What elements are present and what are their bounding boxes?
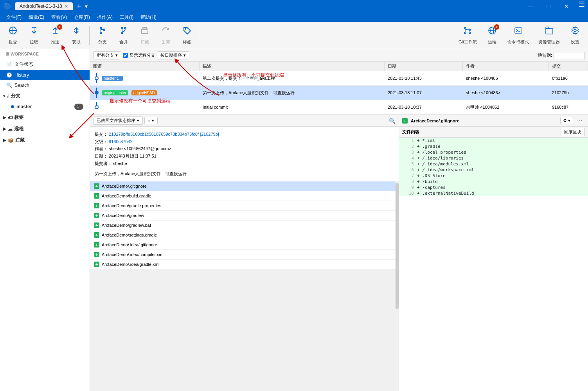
merge-button[interactable]: 合并	[114, 24, 133, 47]
title-bar: 🔵 AndroidTest-21-3-18 ✕ + ▾ — □ ✕ ☰	[0, 0, 588, 13]
settings-button[interactable]: 设置	[565, 24, 585, 47]
file-item-4[interactable]: + ArcfaceDemo/gradlew.bat	[90, 221, 399, 230]
all-branches-dropdown[interactable]: 所有分支 ▾	[93, 51, 121, 59]
stash-chevron: ▶	[3, 138, 6, 142]
commit-button[interactable]: 提交	[3, 24, 23, 47]
file-name-4: ArcfaceDemo/gradlew.bat	[102, 223, 151, 228]
committer-value: sheshe	[113, 161, 127, 166]
menu-tools[interactable]: 工具(I)	[117, 13, 137, 22]
stash-button[interactable]: 贮藏	[135, 24, 155, 47]
diff-file-title: ArcfaceDemo/.gitignore	[411, 118, 459, 123]
diff-line-num-7: 7	[402, 173, 414, 178]
current-tab[interactable]: AndroidTest-21-3-18 ✕	[15, 2, 73, 10]
pull-icon	[29, 26, 39, 38]
file-list-scrollbar-track[interactable]	[396, 181, 399, 391]
file-content-header: 文件内容 回滚区块	[399, 127, 588, 138]
date-value: 2021年3月18日 11:07:51	[109, 154, 156, 158]
diff-line-num-6: 6	[402, 167, 414, 172]
diff-line-content-10: + .externalNativeBuild	[417, 191, 585, 196]
git-flow-button[interactable]: Git工作流	[455, 24, 481, 47]
file-item-7[interactable]: + ArcfaceDemo/.idea/compiler.xml	[90, 250, 399, 260]
branches-icon: ⑃	[7, 93, 9, 99]
menu-repo[interactable]: 仓库(R)	[71, 13, 93, 22]
author-value: sheshe <1004862447@qq.com>	[109, 146, 171, 151]
jump-to-input[interactable]	[554, 52, 585, 59]
diff-line-2: 2 + .gradle	[399, 143, 588, 149]
menu-help[interactable]: 帮助(H)	[137, 13, 160, 22]
tag-button[interactable]: 标签	[177, 24, 197, 47]
master-branch-badge: 1↑	[74, 104, 83, 110]
sidebar: 🖥 WORKSPACE 📄 文件状态 🕐 History 🔍 Search ▾ …	[0, 49, 90, 391]
file-list-toolbar: 已依照文件状态排序 ▾ ≡ ▾ 🔍	[90, 115, 399, 127]
diff-more-button[interactable]: ⋯	[575, 117, 585, 125]
menu-file[interactable]: 文件(F)	[3, 13, 25, 22]
sidebar-item-history[interactable]: 🕐 History	[0, 70, 90, 80]
terminal-button[interactable]: 命令行模式	[503, 24, 533, 47]
file-name-1: ArcfaceDemo/build.gradle	[102, 194, 151, 198]
hamburger-menu[interactable]: ☰	[579, 0, 585, 13]
fetch-button[interactable]: 获取	[67, 24, 86, 47]
bottom-left-panel: 已依照文件状态排序 ▾ ≡ ▾ 🔍 提交： 210279bff	[90, 115, 399, 391]
minimize-button[interactable]: —	[521, 0, 539, 13]
explorer-icon	[545, 26, 554, 38]
diff-settings-button[interactable]: ⚙ ▾	[560, 117, 573, 124]
commit-row-2-date: 2021-03-18 10:37	[385, 103, 463, 111]
commit-row-1[interactable]: origin/master origin/HEAD 第一次上传，Arcface人…	[90, 86, 588, 100]
remote-button[interactable]: 1 远端	[482, 24, 502, 47]
sort-by-dropdown[interactable]: 已依照文件状态排序 ▾	[93, 117, 143, 125]
diff-line-8: 8 + /build	[399, 179, 588, 185]
close-button[interactable]: ✕	[557, 0, 575, 13]
commit-message: 第一次上传，Arcface人脸识别文件，可直接运行	[95, 170, 394, 178]
file-item-2[interactable]: + ArcfaceDemo/gradle.properties	[90, 201, 399, 211]
commit-row-0-hash: 0fb11a6	[549, 74, 588, 83]
discard-button[interactable]: 丢弃	[156, 24, 176, 47]
file-item-6[interactable]: + ArcfaceDemo/.idea/.gitignore	[90, 240, 399, 250]
tab-menu-button[interactable]: ▾	[85, 3, 88, 9]
rollback-button[interactable]: 回滚区块	[561, 128, 585, 136]
remote-group[interactable]: ▶ ☁ 远程	[0, 123, 90, 135]
push-button[interactable]: 1 推送	[45, 24, 65, 47]
diff-line-num-9: 9	[402, 185, 414, 190]
menu-view[interactable]: 查看(V)	[48, 13, 70, 22]
menu-actions[interactable]: 操作(A)	[94, 13, 116, 22]
add-tab-button[interactable]: +	[74, 2, 84, 11]
dropdown-arrow: ▾	[115, 53, 118, 58]
pull-button[interactable]: 拉取	[24, 24, 44, 47]
explorer-button[interactable]: 资源管理器	[534, 24, 564, 47]
sort-dropdown[interactable]: 按日期排序 ▾	[157, 51, 189, 59]
file-list-wrapper: + ArcfaceDemo/.gitignore + ArcfaceDemo/b…	[90, 181, 399, 391]
master-branch-item[interactable]: master 1↑	[0, 102, 90, 112]
file-item-5[interactable]: + ArcfaceDemo/settings.gradle	[90, 230, 399, 240]
search-icon-filelist[interactable]: 🔍	[389, 118, 396, 124]
file-item-0[interactable]: + ArcfaceDemo/.gitignore	[90, 181, 399, 191]
file-item-3[interactable]: + ArcfaceDemo/gradlew	[90, 211, 399, 221]
tag-icon	[182, 26, 192, 38]
tab-close-icon[interactable]: ✕	[65, 4, 68, 9]
file-item-8[interactable]: + ArcfaceDemo/.idea/gradle.xml	[90, 260, 399, 269]
svg-point-19	[469, 32, 471, 34]
committer-line: 提交者： sheshe	[95, 160, 394, 167]
show-remote-checkbox[interactable]	[123, 53, 128, 58]
menu-edit[interactable]: 编辑(E)	[25, 13, 47, 22]
stash-group[interactable]: ▶ 📦 贮藏	[0, 135, 90, 146]
commit-row-2[interactable]: Initial commit 2021-03-18 10:37 余甲帅 <100…	[90, 100, 588, 115]
file-list-scrollbar-thumb[interactable]	[396, 183, 399, 309]
commit-row-0[interactable]: master 1↑ 第二次提交，提交了一个空的java工程 2021-03-18…	[90, 71, 588, 86]
diff-line-num-5: 5	[402, 161, 414, 167]
branches-group[interactable]: ▾ ⑃ 分支	[0, 90, 90, 102]
sidebar-item-file-status[interactable]: 📄 文件状态	[0, 59, 90, 70]
tags-group[interactable]: ▶ 🏷 标签	[0, 112, 90, 123]
show-remote-checkbox-label[interactable]: 显示远程分支	[123, 52, 155, 58]
maximize-button[interactable]: □	[539, 0, 557, 13]
fetch-icon	[72, 26, 81, 38]
svg-point-11	[124, 27, 126, 29]
diff-line-num-10: 10	[402, 191, 414, 196]
view-mode-button[interactable]: ≡ ▾	[144, 117, 158, 124]
sidebar-item-search[interactable]: 🔍 Search	[0, 80, 90, 90]
sort-by-label: 已依照文件状态排序	[97, 118, 135, 124]
remote-chevron: ▶	[3, 127, 6, 131]
branch-button[interactable]: 分支	[93, 24, 112, 47]
file-item-1[interactable]: + ArcfaceDemo/build.gradle	[90, 191, 399, 201]
menu-bar: 文件(F) 编辑(E) 查看(V) 仓库(R) 操作(A) 工具(I) 帮助(H…	[0, 13, 588, 22]
main-content: 所有分支 ▾ 显示远程分支 按日期排序 ▾ 跳转到:	[90, 49, 588, 391]
